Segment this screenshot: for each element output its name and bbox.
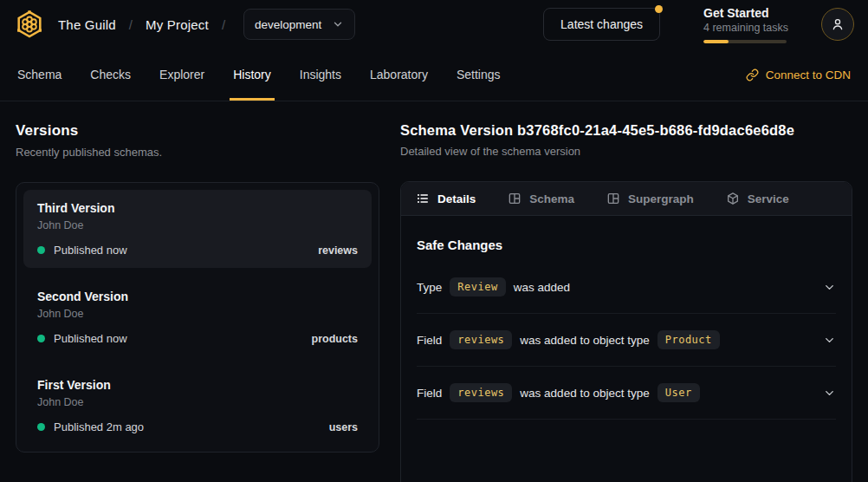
service-name: products — [312, 333, 358, 345]
safe-changes-title: Safe Changes — [417, 238, 836, 252]
versions-panel: Versions Recently published schemas. Thi… — [16, 122, 379, 482]
list-icon — [416, 192, 430, 205]
schema-version-subtitle: Detailed view of the schema version — [400, 145, 852, 158]
code-badge: reviews — [450, 330, 512, 349]
type-badge: User — [657, 383, 700, 402]
versions-subtitle: Recently published schemas. — [16, 146, 379, 159]
code-badge: Review — [450, 277, 505, 296]
published-time: Published now — [54, 244, 127, 257]
target-selector-value: development — [255, 18, 321, 31]
tab-explorer[interactable]: Explorer — [159, 49, 204, 101]
schema-version-detail-card: Details Schema S — [400, 181, 852, 482]
chevron-down-icon — [332, 18, 344, 30]
schema-version-title: Schema Version b3768fc0-21a4-45e5-b686-f… — [400, 122, 852, 139]
service-name: users — [329, 421, 358, 433]
main-content: Versions Recently published schemas. Thi… — [0, 101, 868, 482]
version-author: John Doe — [37, 396, 358, 408]
chevron-down-icon — [823, 387, 836, 400]
hive-logo-icon[interactable] — [14, 9, 45, 40]
get-started-progress — [703, 40, 787, 43]
version-item-second[interactable]: Second Version John Doe Published now pr… — [23, 278, 372, 356]
published-dot-icon — [37, 246, 45, 254]
version-author: John Doe — [37, 219, 358, 231]
get-started-title: Get Started — [703, 6, 788, 20]
detail-tab-supergraph[interactable]: Supergraph — [606, 192, 694, 205]
published-dot-icon — [37, 335, 45, 342]
target-selector[interactable]: development — [243, 9, 355, 40]
detail-tab-details[interactable]: Details — [416, 192, 476, 205]
latest-changes-label: Latest changes — [560, 17, 643, 31]
user-avatar-button[interactable] — [821, 8, 854, 41]
connect-to-cdn-link[interactable]: Connect to CDN — [746, 49, 851, 101]
published-time: Published 2m ago — [54, 420, 144, 433]
breadcrumb-separator: / — [129, 17, 133, 32]
tab-history[interactable]: History — [233, 49, 271, 101]
detail-tabs: Details Schema S — [401, 182, 852, 216]
tab-schema[interactable]: Schema — [17, 49, 62, 101]
top-bar: The Guild / My Project / development Lat… — [0, 0, 868, 49]
detail-tab-label: Schema — [529, 192, 574, 205]
breadcrumb-org[interactable]: The Guild — [58, 17, 116, 32]
nav-tabs: Schema Checks Explorer History Insights … — [0, 49, 868, 101]
panels-icon — [606, 192, 620, 205]
progress-fill — [703, 40, 729, 43]
get-started-widget[interactable]: Get Started 4 remaining tasks — [703, 6, 788, 43]
version-author: John Doe — [37, 308, 358, 320]
versions-list: Third Version John Doe Published now rev… — [16, 182, 379, 453]
link-icon — [746, 68, 759, 81]
version-name: First Version — [37, 378, 358, 392]
change-text: was added to object type — [520, 334, 649, 347]
published-time: Published now — [54, 332, 127, 345]
connect-to-cdn-label: Connect to CDN — [766, 68, 851, 81]
schema-version-panel: Schema Version b3768fc0-21a4-45e5-b686-f… — [400, 122, 852, 482]
tab-insights[interactable]: Insights — [300, 49, 341, 101]
detail-tab-service[interactable]: Service — [726, 192, 789, 205]
get-started-subtitle: 4 remaining tasks — [703, 22, 788, 34]
detail-tab-label: Supergraph — [628, 192, 694, 205]
tab-settings[interactable]: Settings — [457, 49, 501, 101]
service-name: reviews — [318, 244, 358, 257]
change-row-type-review[interactable]: Type Review was added — [417, 261, 836, 314]
code-badge: reviews — [450, 383, 512, 402]
change-row-field-product[interactable]: Field reviews was added to object type P… — [417, 314, 836, 367]
change-prefix: Type — [417, 281, 442, 294]
notification-dot — [655, 5, 663, 13]
version-item-third[interactable]: Third Version John Doe Published now rev… — [23, 190, 372, 268]
version-name: Third Version — [37, 201, 358, 215]
change-prefix: Field — [417, 334, 442, 347]
cube-icon — [726, 192, 740, 205]
published-dot-icon — [37, 423, 45, 431]
tab-laboratory[interactable]: Laboratory — [370, 49, 428, 101]
version-item-first[interactable]: First Version John Doe Published 2m ago … — [23, 367, 372, 445]
breadcrumb-project[interactable]: My Project — [146, 17, 209, 32]
tab-checks[interactable]: Checks — [90, 49, 131, 101]
change-prefix: Field — [417, 387, 442, 400]
latest-changes-button[interactable]: Latest changes — [543, 8, 660, 41]
detail-tab-label: Details — [437, 192, 476, 205]
detail-tab-label: Service — [748, 192, 789, 205]
change-text: was added to object type — [520, 387, 649, 400]
chevron-down-icon — [823, 334, 836, 347]
change-row-field-user[interactable]: Field reviews was added to object type U… — [417, 367, 836, 420]
version-name: Second Version — [37, 290, 358, 303]
person-icon — [830, 16, 845, 32]
type-badge: Product — [657, 330, 720, 349]
detail-body: Safe Changes Type Review was added Field… — [401, 216, 852, 420]
versions-title: Versions — [16, 122, 379, 140]
panels-icon — [508, 192, 521, 205]
change-text: was added — [514, 281, 570, 294]
breadcrumb-separator: / — [222, 17, 225, 32]
detail-tab-schema[interactable]: Schema — [508, 192, 574, 205]
chevron-down-icon — [823, 281, 836, 294]
